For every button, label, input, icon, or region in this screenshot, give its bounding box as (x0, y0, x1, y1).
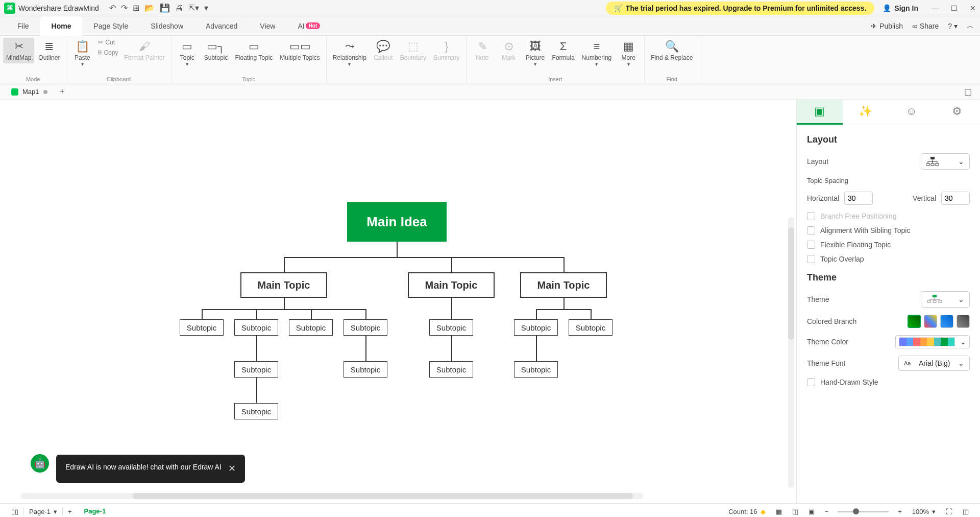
mark-button[interactable]: ⊙Mark (496, 38, 522, 63)
tab-slideshow[interactable]: Slideshow (139, 16, 194, 36)
format-painter-button[interactable]: 🖌Format Painter (121, 38, 167, 63)
add-document-button[interactable]: + (55, 86, 70, 97)
theme-color-select[interactable]: ⌄ (895, 335, 970, 348)
picture-button[interactable]: 🖼Picture▾ (523, 38, 548, 69)
outliner-mode-button[interactable]: ≣Outliner (35, 38, 63, 63)
panel-toggle-icon[interactable]: ◫ (960, 87, 976, 97)
branch-free-checkbox[interactable]: Branch Free Positioning (807, 212, 970, 220)
ai-popup-close-icon[interactable]: ✕ (228, 462, 236, 476)
collapse-ribbon-icon[interactable]: ︿ (967, 21, 974, 31)
summary-button[interactable]: }Summary (430, 38, 462, 63)
zoom-level[interactable]: 100% ▾ (907, 508, 941, 515)
node-main-topic-2[interactable]: Main Topic (408, 272, 495, 298)
tab-home[interactable]: Home (40, 16, 83, 36)
boundary-button[interactable]: ⬚Boundary (397, 38, 429, 63)
print-icon[interactable]: 🖨 (175, 4, 183, 13)
floating-topic-button[interactable]: ▭Floating Topic (232, 38, 276, 63)
fit-icon[interactable]: ◫ (958, 508, 974, 515)
branch-swatch-1[interactable] (908, 315, 921, 328)
panel-tab-layout[interactable]: ▣ (797, 100, 843, 125)
view-mode-1-icon[interactable]: ▦ (771, 508, 787, 515)
subtopic-button[interactable]: ▭┐Subtopic (201, 38, 231, 63)
redo-icon[interactable]: ↷ (121, 3, 128, 13)
node-main-topic-1[interactable]: Main Topic (240, 272, 327, 298)
node-subtopic[interactable]: Subtopic (429, 361, 473, 378)
find-replace-button[interactable]: 🔍Find & Replace (648, 38, 696, 63)
node-subtopic[interactable]: Subtopic (514, 361, 558, 378)
node-subtopic[interactable]: Subtopic (569, 319, 612, 336)
node-subtopic[interactable]: Subtopic (344, 361, 387, 378)
view-mode-2-icon[interactable]: ◫ (787, 508, 803, 515)
node-main-topic-3[interactable]: Main Topic (520, 272, 607, 298)
node-subtopic[interactable]: Subtopic (344, 319, 387, 336)
tab-file[interactable]: File (6, 16, 40, 36)
export-icon[interactable]: ⇱▾ (188, 3, 199, 13)
vertical-scrollbar[interactable] (788, 217, 794, 488)
zoom-out-button[interactable]: − (820, 508, 834, 515)
node-subtopic[interactable]: Subtopic (234, 361, 278, 378)
outline-toggle-icon[interactable]: ▯▯ (6, 508, 23, 515)
paste-button[interactable]: 📋Paste▾ (69, 38, 95, 69)
branch-swatch-3[interactable] (940, 315, 953, 328)
publish-button[interactable]: ✈Publish (871, 22, 903, 30)
open-icon[interactable]: 📂 (144, 3, 155, 13)
fullscreen-icon[interactable]: ⛶ (941, 508, 958, 515)
cut-button[interactable]: ✂Cut (96, 38, 120, 47)
branch-swatch-4[interactable] (957, 315, 970, 328)
node-subtopic[interactable]: Subtopic (514, 319, 558, 336)
panel-tab-emoji[interactable]: ☺ (889, 100, 935, 125)
alignment-checkbox[interactable]: Alignment With Sibling Topic (807, 226, 970, 234)
zoom-slider[interactable] (838, 511, 889, 512)
note-button[interactable]: ✎Note (470, 38, 495, 63)
node-subtopic[interactable]: Subtopic (180, 319, 224, 336)
minimize-icon[interactable]: — (932, 4, 939, 12)
callout-button[interactable]: 💬Callout (371, 38, 396, 63)
node-subtopic[interactable]: Subtopic (429, 319, 473, 336)
horizontal-scrollbar[interactable] (20, 493, 643, 499)
tab-view[interactable]: View (249, 16, 286, 36)
view-mode-3-icon[interactable]: ▣ (803, 508, 820, 515)
copy-button[interactable]: ⎘Copy (96, 48, 120, 57)
page-tab-1[interactable]: Page-1 (77, 504, 113, 518)
branch-swatch-2[interactable] (924, 315, 937, 328)
add-page-button[interactable]: + (63, 508, 77, 515)
hand-drawn-checkbox[interactable]: Hand-Drawn Style (807, 378, 970, 386)
theme-select[interactable]: ⌄ (921, 291, 970, 308)
layout-select[interactable]: ⌄ (921, 153, 970, 170)
new-icon[interactable]: ⊞ (133, 3, 139, 13)
more-icon[interactable]: ▾ (204, 3, 208, 13)
more-button[interactable]: ▦More▾ (616, 38, 641, 69)
horizontal-input[interactable] (844, 192, 873, 205)
maximize-icon[interactable]: ☐ (951, 4, 958, 12)
panel-tab-style[interactable]: ✨ (843, 100, 889, 125)
node-subtopic[interactable]: Subtopic (234, 319, 278, 336)
node-subtopic[interactable]: Subtopic (234, 403, 278, 419)
page-selector[interactable]: Page-1 ▾ (23, 508, 63, 515)
panel-tab-settings[interactable]: ⚙ (934, 100, 980, 125)
share-button[interactable]: ∞Share (912, 22, 939, 30)
relationship-button[interactable]: ⤳Relationship▾ (330, 38, 370, 69)
close-icon[interactable]: ✕ (970, 4, 976, 12)
ai-avatar[interactable]: 🤖 (31, 454, 49, 473)
tab-advanced[interactable]: Advanced (194, 16, 249, 36)
theme-font-select[interactable]: Aa Arial (Big) ⌄ (898, 356, 970, 371)
tab-page-style[interactable]: Page Style (82, 16, 139, 36)
multiple-topics-button[interactable]: ▭▭Multiple Topics (277, 38, 323, 63)
flexible-checkbox[interactable]: Flexible Floating Topic (807, 241, 970, 249)
document-tab-map1[interactable]: Map1 (4, 88, 55, 96)
help-button[interactable]: ? ▾ (948, 22, 958, 30)
tab-ai[interactable]: AIHot (286, 16, 331, 36)
numbering-button[interactable]: ≡Numbering▾ (579, 38, 615, 69)
canvas[interactable]: Main Idea Main Topic Main Topic Main Top… (0, 100, 796, 503)
mindmap-mode-button[interactable]: ✂MindMap (3, 38, 34, 63)
overlap-checkbox[interactable]: Topic Overlap (807, 255, 970, 263)
signin-button[interactable]: 👤 Sign In (883, 4, 918, 12)
formula-button[interactable]: ΣFormula (549, 38, 578, 63)
node-main-idea[interactable]: Main Idea (347, 202, 447, 242)
node-subtopic[interactable]: Subtopic (289, 319, 333, 336)
zoom-in-button[interactable]: + (893, 508, 907, 515)
save-icon[interactable]: 💾 (160, 3, 170, 13)
undo-icon[interactable]: ↶ (109, 3, 116, 13)
topic-button[interactable]: ▭Topic▾ (175, 38, 200, 69)
trial-banner[interactable]: 🛒 The trial period has expired. Upgrade … (606, 2, 874, 15)
